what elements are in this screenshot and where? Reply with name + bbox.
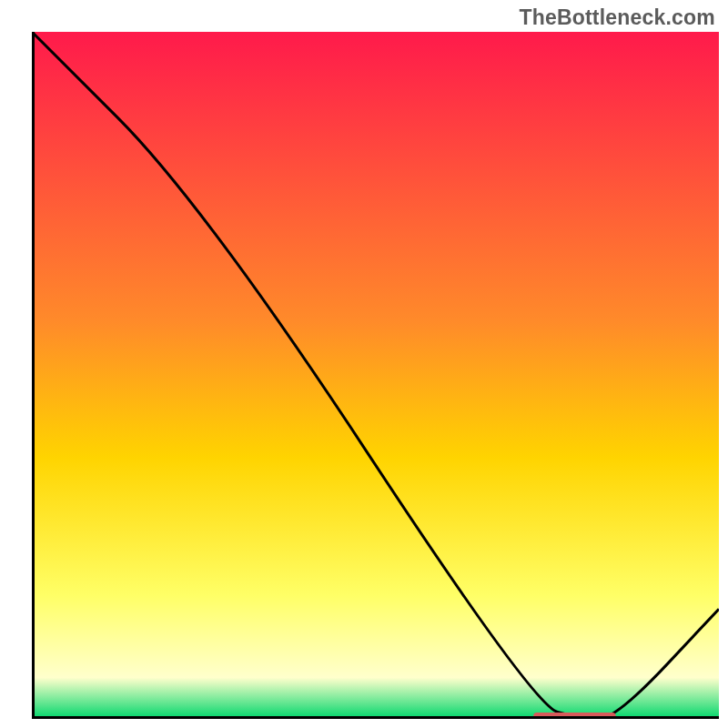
chart-container: TheBottleneck.com: [0, 0, 728, 728]
plot-area: [32, 32, 719, 719]
chart-svg: [32, 32, 719, 719]
attribution-text: TheBottleneck.com: [519, 5, 715, 30]
